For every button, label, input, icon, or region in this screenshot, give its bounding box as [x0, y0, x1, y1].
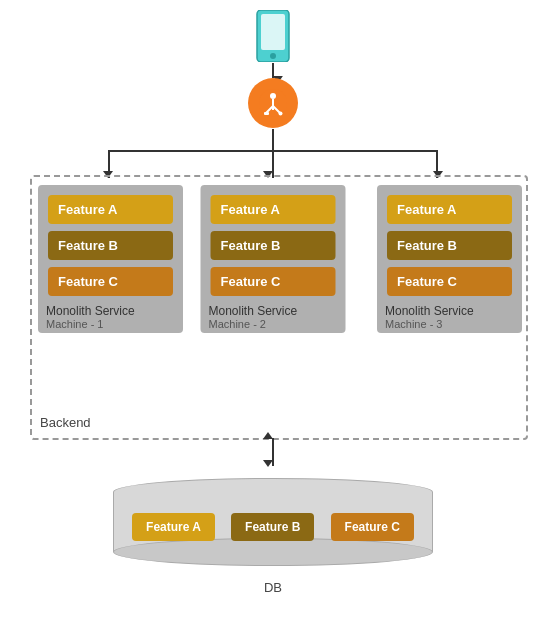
machine3-feature-a: Feature A — [387, 195, 512, 224]
machine-card-1: Feature A Feature B Feature C Monolith S… — [38, 185, 183, 333]
svg-point-9 — [279, 112, 283, 116]
machine3-service-label: Monolith Service — [385, 304, 474, 318]
machine2-number: Machine - 2 — [209, 318, 266, 330]
machine1-feature-a: Feature A — [48, 195, 173, 224]
arrowhead-down-db — [263, 460, 273, 467]
svg-rect-1 — [261, 14, 285, 50]
db-feature-a: Feature A — [132, 513, 215, 541]
machine1-feature-b: Feature B — [48, 231, 173, 260]
svg-point-4 — [270, 93, 276, 99]
machine1-number: Machine - 1 — [46, 318, 103, 330]
load-balancer-icon — [248, 78, 298, 128]
machine2-service-label: Monolith Service — [209, 304, 298, 318]
machine3-number: Machine - 3 — [385, 318, 442, 330]
machine-card-3: Feature A Feature B Feature C Monolith S… — [377, 185, 522, 333]
mobile-icon — [255, 10, 291, 66]
machine2-feature-c: Feature C — [211, 267, 336, 296]
db-label: DB — [264, 580, 282, 595]
arrow-lb-down — [272, 129, 274, 151]
db-bottom-ellipse — [113, 538, 433, 566]
machine3-feature-c: Feature C — [387, 267, 512, 296]
db-cylinder: Feature A Feature B Feature C — [113, 478, 433, 566]
machine3-feature-b: Feature B — [387, 231, 512, 260]
machine1-feature-c: Feature C — [48, 267, 173, 296]
machine1-service-label: Monolith Service — [46, 304, 135, 318]
db-feature-b: Feature B — [231, 513, 314, 541]
backend-label: Backend — [40, 415, 91, 430]
machine-card-2: Feature A Feature B Feature C Monolith S… — [201, 185, 346, 333]
svg-rect-8 — [264, 112, 269, 115]
machine2-feature-a: Feature A — [211, 195, 336, 224]
db-feature-c: Feature C — [331, 513, 414, 541]
machine2-feature-b: Feature B — [211, 231, 336, 260]
diagram: Backend Feature A Feature B Feature C Mo… — [0, 0, 546, 629]
svg-point-2 — [270, 53, 276, 59]
